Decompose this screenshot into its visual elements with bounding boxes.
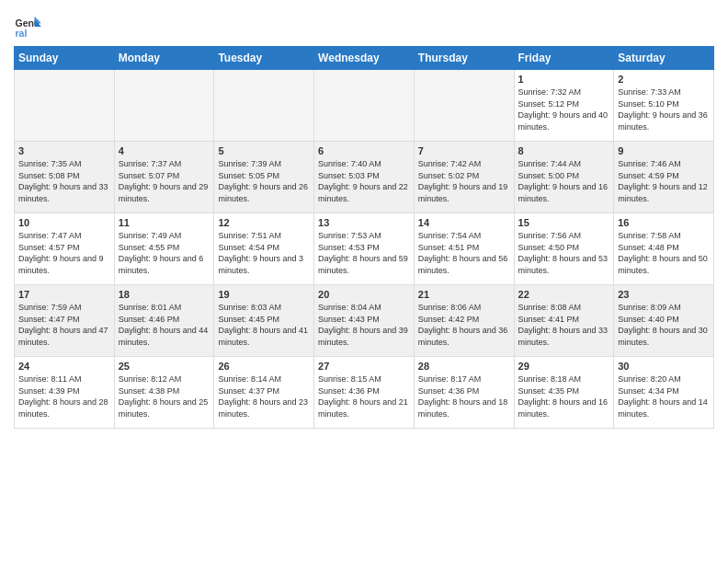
week-row-3: 10Sunrise: 7:47 AM Sunset: 4:57 PM Dayli… — [15, 213, 714, 285]
day-cell: 22Sunrise: 8:08 AM Sunset: 4:41 PM Dayli… — [514, 285, 614, 357]
weekday-header-row: SundayMondayTuesdayWednesdayThursdayFrid… — [15, 47, 714, 70]
header-row: Gene ral — [14, 9, 714, 40]
day-info: Sunrise: 8:03 AM Sunset: 4:45 PM Dayligh… — [218, 302, 310, 348]
day-cell: 26Sunrise: 8:14 AM Sunset: 4:37 PM Dayli… — [214, 357, 314, 429]
weekday-header-sunday: Sunday — [15, 47, 115, 70]
day-cell: 1Sunrise: 7:32 AM Sunset: 5:12 PM Daylig… — [514, 70, 614, 142]
weekday-header-friday: Friday — [514, 47, 614, 70]
day-number: 10 — [18, 217, 110, 228]
day-cell: 6Sunrise: 7:40 AM Sunset: 5:03 PM Daylig… — [314, 142, 415, 213]
day-number: 29 — [518, 361, 610, 372]
day-cell: 7Sunrise: 7:42 AM Sunset: 5:02 PM Daylig… — [414, 142, 514, 213]
day-cell: 11Sunrise: 7:49 AM Sunset: 4:55 PM Dayli… — [114, 213, 214, 285]
day-cell: 27Sunrise: 8:15 AM Sunset: 4:36 PM Dayli… — [314, 357, 415, 429]
day-number: 12 — [218, 217, 310, 228]
weekday-header-thursday: Thursday — [414, 47, 514, 70]
day-info: Sunrise: 8:11 AM Sunset: 4:39 PM Dayligh… — [18, 373, 110, 419]
day-number: 17 — [18, 289, 110, 300]
day-cell: 15Sunrise: 7:56 AM Sunset: 4:50 PM Dayli… — [514, 213, 614, 285]
day-info: Sunrise: 8:04 AM Sunset: 4:43 PM Dayligh… — [318, 302, 410, 348]
day-number: 24 — [18, 361, 110, 372]
day-info: Sunrise: 7:54 AM Sunset: 4:51 PM Dayligh… — [418, 230, 510, 276]
day-number: 21 — [418, 289, 510, 300]
day-cell: 4Sunrise: 7:37 AM Sunset: 5:07 PM Daylig… — [114, 142, 214, 213]
day-cell: 13Sunrise: 7:53 AM Sunset: 4:53 PM Dayli… — [314, 213, 415, 285]
day-info: Sunrise: 8:06 AM Sunset: 4:42 PM Dayligh… — [418, 302, 510, 348]
weekday-header-wednesday: Wednesday — [314, 47, 415, 70]
day-cell: 3Sunrise: 7:35 AM Sunset: 5:08 PM Daylig… — [15, 142, 115, 213]
week-row-4: 17Sunrise: 7:59 AM Sunset: 4:47 PM Dayli… — [15, 285, 714, 357]
calendar-table: SundayMondayTuesdayWednesdayThursdayFrid… — [14, 46, 714, 429]
day-cell: 10Sunrise: 7:47 AM Sunset: 4:57 PM Dayli… — [15, 213, 115, 285]
weekday-header-tuesday: Tuesday — [214, 47, 314, 70]
day-number: 7 — [418, 145, 510, 156]
day-number: 2 — [618, 74, 710, 85]
day-number: 26 — [218, 361, 310, 372]
day-number: 20 — [318, 289, 410, 300]
logo-icon: Gene ral — [14, 13, 41, 40]
day-info: Sunrise: 8:09 AM Sunset: 4:40 PM Dayligh… — [618, 302, 710, 348]
day-number: 25 — [119, 361, 210, 372]
day-number: 28 — [418, 361, 510, 372]
day-number: 11 — [119, 217, 210, 228]
day-info: Sunrise: 7:40 AM Sunset: 5:03 PM Dayligh… — [318, 158, 410, 204]
day-cell: 19Sunrise: 8:03 AM Sunset: 4:45 PM Dayli… — [214, 285, 314, 357]
weekday-header-saturday: Saturday — [614, 47, 714, 70]
day-info: Sunrise: 8:12 AM Sunset: 4:38 PM Dayligh… — [119, 373, 210, 419]
day-cell — [214, 70, 314, 142]
day-info: Sunrise: 7:58 AM Sunset: 4:48 PM Dayligh… — [618, 230, 710, 276]
day-info: Sunrise: 7:33 AM Sunset: 5:10 PM Dayligh… — [618, 86, 710, 132]
day-number: 5 — [218, 145, 310, 156]
day-cell: 16Sunrise: 7:58 AM Sunset: 4:48 PM Dayli… — [614, 213, 714, 285]
day-cell: 9Sunrise: 7:46 AM Sunset: 4:59 PM Daylig… — [614, 142, 714, 213]
day-info: Sunrise: 7:56 AM Sunset: 4:50 PM Dayligh… — [518, 230, 610, 276]
day-cell: 28Sunrise: 8:17 AM Sunset: 4:36 PM Dayli… — [414, 357, 514, 429]
day-info: Sunrise: 8:14 AM Sunset: 4:37 PM Dayligh… — [218, 373, 310, 419]
day-info: Sunrise: 7:59 AM Sunset: 4:47 PM Dayligh… — [18, 302, 110, 348]
day-info: Sunrise: 7:46 AM Sunset: 4:59 PM Dayligh… — [618, 158, 710, 204]
weekday-header-monday: Monday — [114, 47, 214, 70]
day-number: 18 — [119, 289, 210, 300]
day-cell: 14Sunrise: 7:54 AM Sunset: 4:51 PM Dayli… — [414, 213, 514, 285]
day-info: Sunrise: 8:01 AM Sunset: 4:46 PM Dayligh… — [119, 302, 210, 348]
day-info: Sunrise: 8:17 AM Sunset: 4:36 PM Dayligh… — [418, 373, 510, 419]
day-info: Sunrise: 7:42 AM Sunset: 5:02 PM Dayligh… — [418, 158, 510, 204]
week-row-2: 3Sunrise: 7:35 AM Sunset: 5:08 PM Daylig… — [15, 142, 714, 213]
day-cell: 21Sunrise: 8:06 AM Sunset: 4:42 PM Dayli… — [414, 285, 514, 357]
calendar-container: Gene ral SundayMondayTuesdayWednesdayThu… — [0, 0, 728, 438]
day-number: 27 — [318, 361, 410, 372]
day-cell: 24Sunrise: 8:11 AM Sunset: 4:39 PM Dayli… — [15, 357, 115, 429]
day-number: 4 — [119, 145, 210, 156]
day-info: Sunrise: 7:53 AM Sunset: 4:53 PM Dayligh… — [318, 230, 410, 276]
day-number: 19 — [218, 289, 310, 300]
day-info: Sunrise: 7:39 AM Sunset: 5:05 PM Dayligh… — [218, 158, 310, 204]
day-number: 16 — [618, 217, 710, 228]
day-number: 23 — [618, 289, 710, 300]
logo: Gene ral — [14, 13, 45, 40]
svg-text:ral: ral — [16, 28, 28, 39]
day-cell: 23Sunrise: 8:09 AM Sunset: 4:40 PM Dayli… — [614, 285, 714, 357]
day-cell: 5Sunrise: 7:39 AM Sunset: 5:05 PM Daylig… — [214, 142, 314, 213]
day-cell — [114, 70, 214, 142]
day-cell: 29Sunrise: 8:18 AM Sunset: 4:35 PM Dayli… — [514, 357, 614, 429]
day-cell: 30Sunrise: 8:20 AM Sunset: 4:34 PM Dayli… — [614, 357, 714, 429]
day-info: Sunrise: 7:49 AM Sunset: 4:55 PM Dayligh… — [119, 230, 210, 276]
day-number: 22 — [518, 289, 610, 300]
week-row-1: 1Sunrise: 7:32 AM Sunset: 5:12 PM Daylig… — [15, 70, 714, 142]
day-number: 6 — [318, 145, 410, 156]
day-number: 1 — [518, 74, 610, 85]
day-number: 30 — [618, 361, 710, 372]
week-row-5: 24Sunrise: 8:11 AM Sunset: 4:39 PM Dayli… — [15, 357, 714, 429]
day-number: 9 — [618, 145, 710, 156]
day-cell: 20Sunrise: 8:04 AM Sunset: 4:43 PM Dayli… — [314, 285, 415, 357]
day-number: 15 — [518, 217, 610, 228]
day-cell: 2Sunrise: 7:33 AM Sunset: 5:10 PM Daylig… — [614, 70, 714, 142]
day-number: 14 — [418, 217, 510, 228]
day-number: 3 — [18, 145, 110, 156]
day-info: Sunrise: 7:44 AM Sunset: 5:00 PM Dayligh… — [518, 158, 610, 204]
day-info: Sunrise: 8:18 AM Sunset: 4:35 PM Dayligh… — [518, 373, 610, 419]
day-cell — [314, 70, 415, 142]
day-info: Sunrise: 8:20 AM Sunset: 4:34 PM Dayligh… — [618, 373, 710, 419]
day-info: Sunrise: 7:51 AM Sunset: 4:54 PM Dayligh… — [218, 230, 310, 276]
day-info: Sunrise: 8:08 AM Sunset: 4:41 PM Dayligh… — [518, 302, 610, 348]
